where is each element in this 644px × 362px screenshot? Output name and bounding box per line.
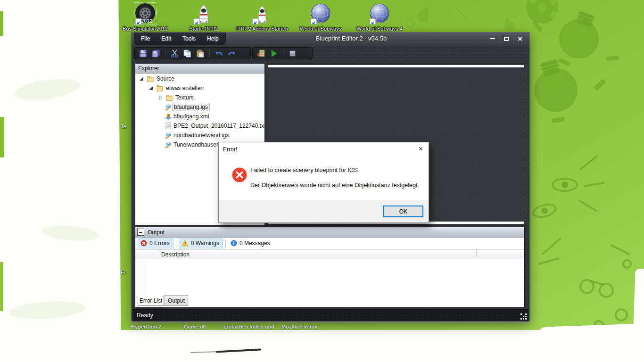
description-column-label: Description [161,251,190,258]
tree-item-bfaufgang-igs[interactable]: bfaufgang.igs [135,102,264,112]
save-all-icon[interactable] [151,49,160,58]
taskbar-item-hypercam[interactable]: HyperCam 2 [131,324,161,329]
run-icon[interactable] [269,49,278,58]
error-icon [232,167,247,182]
toolbar-separator [209,49,210,58]
undo-icon[interactable] [215,49,223,58]
tree-item-etwas-erstellen[interactable]: etwas erstellen [135,83,264,93]
tire-icon: 2012 [134,3,156,25]
dialog-message-2: Der Objektverweis wurde nicht auf eine O… [250,182,419,189]
collapse-panel-button[interactable] [137,229,144,236]
tree-item-bpe2-output-txt[interactable]: BPE2_Output_20160117_122740.txt [135,121,264,131]
globe-icon [369,3,390,25]
menu-file[interactable]: File [141,35,150,42]
shortcut-arrow-icon [194,18,200,25]
errors-filter-button[interactable]: 0 Errors [138,239,173,248]
desktop-icon-starte-rtr2[interactable]: Starte RTR2 [178,3,230,32]
desktop-icon-label: World of Subways [295,26,347,32]
taskbar-item-firefox[interactable]: Mozilla Firefox [281,324,317,329]
desktop-icon-rtr2-addons[interactable]: RTR 2 Addons Starten [236,3,288,32]
ok-button[interactable]: OK [383,206,423,217]
igs-model-icon [165,103,172,111]
tree-item-texturs[interactable]: Texturs [135,93,264,102]
taskbar-item-einfaches-video[interactable]: Einfaches Video und [223,324,274,329]
output-panel: Output 0 Errors 0 Warnings [135,227,525,308]
train-icon [193,3,215,25]
folder-icon [156,84,164,92]
folder-icon [165,94,173,101]
toolbar-edit-group [134,47,251,59]
save-icon[interactable] [139,49,148,58]
paste-icon[interactable] [196,49,205,58]
output-filter-bar: 0 Errors 0 Warnings 0 Messages [135,238,524,250]
stop-icon[interactable] [288,49,297,58]
expanded-arrow-icon[interactable] [139,76,144,82]
close-icon: × [518,35,522,43]
taskbar-item-gamedll[interactable]: Game.dll [184,324,206,329]
desktop-icon-label: Starte RTR2 [178,26,230,32]
error-icon [140,240,147,247]
collapsed-arrow-icon[interactable] [158,95,163,100]
messages-filter-button[interactable]: 0 Messages [228,239,273,248]
redo-icon[interactable] [227,49,236,58]
warnings-filter-label: 0 Warnings [191,240,219,247]
copy-icon[interactable] [183,49,192,58]
minimize-icon [490,38,495,39]
dialog-footer: OK [219,200,429,222]
xml-blueprint-icon [165,113,172,120]
tab-error-list[interactable]: Error List [138,296,164,306]
toolbar-build-group [252,47,313,59]
explorer-header: Explorer [135,64,264,74]
menu-tools[interactable]: Tools [182,35,196,42]
expanded-arrow-icon[interactable] [149,86,154,91]
desktop-icon-world-of-subways-4[interactable]: World of Subways 4 [354,3,405,32]
tree-item-nordbadtunelwand-igs[interactable]: nordbadtunelwand.igs [135,131,264,140]
error-list-grid[interactable] [135,259,524,296]
toolbar-separator [283,49,283,58]
tree-item-source[interactable]: Source [135,74,264,83]
igs-model-icon [165,132,172,139]
tab-output[interactable]: Output [165,295,188,306]
partial-desktop-label-fi: Fi [121,270,125,275]
canvas-top-splitter[interactable] [268,65,524,67]
menubar: File Edit Tools Help [134,33,226,45]
paint-stroke-bottom-right [537,323,644,355]
messages-filter-label: 0 Messages [239,240,270,247]
grid-column-header[interactable]: Description [135,250,524,259]
dialog-message-1: Failed to create scenery blueprint for I… [250,167,358,173]
cut-icon[interactable] [170,49,179,58]
menu-help[interactable]: Help [207,35,219,42]
filter-separator [176,239,176,248]
desktop-icon-bus-simulator[interactable]: 2012 Bus Simulator 2012 [119,3,171,32]
tree-item-bfaufgang-xml[interactable]: bfaufgang.xml [135,112,264,121]
export-blueprint-icon[interactable] [256,49,265,58]
menu-edit[interactable]: Edit [161,35,171,42]
shortcut-arrow-icon [135,18,141,25]
desktop-icon-label: RTR 2 Addons Starten [236,26,288,32]
resize-grip[interactable] [520,313,527,320]
output-panel-title: Output [148,229,165,236]
status-text: Ready [137,312,153,319]
folder-icon [147,75,154,82]
error-dialog: Error! × Failed to create scenery bluepr… [218,142,429,223]
titlebar[interactable]: File Edit Tools Help Blueprint Editor 2 … [132,33,529,46]
warning-icon [182,240,189,247]
minimize-button[interactable] [486,33,499,44]
close-button[interactable]: × [513,33,527,44]
dialog-close-button[interactable]: × [419,145,423,153]
partial-desktop-label-te: Te [121,123,126,129]
igs-model-icon [165,141,172,148]
train-icon [251,3,273,25]
column-separator[interactable] [476,250,477,259]
desktop: 2012 Bus Simulator 2012 Starte RTR2 [0,0,644,362]
svg-text:2012: 2012 [141,18,152,24]
warnings-filter-button[interactable]: 0 Warnings [179,239,223,248]
shortcut-arrow-icon [252,18,258,25]
maximize-button[interactable] [499,33,513,44]
shortcut-arrow-icon [370,18,376,25]
desktop-icon-label: World of Subways 4 [354,26,405,32]
errors-filter-label: 0 Errors [149,240,170,247]
filter-separator [225,239,226,248]
status-bar: Ready [132,309,528,321]
desktop-icon-world-of-subways[interactable]: World of Subways [295,3,347,32]
